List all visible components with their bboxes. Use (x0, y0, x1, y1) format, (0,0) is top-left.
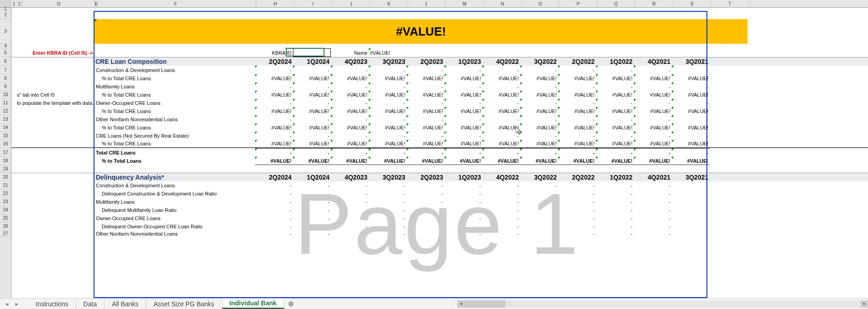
cell[interactable]: #VALUE! (558, 74, 596, 82)
cell[interactable]: - (255, 115, 293, 124)
row-header-8[interactable]: 8 (0, 74, 11, 82)
cell[interactable]: - (672, 198, 710, 206)
cell[interactable]: - (331, 198, 369, 206)
row-header-17[interactable]: 17 (0, 148, 11, 157)
cell[interactable]: - (558, 132, 596, 140)
spreadsheet-grid[interactable]: Page 1 #VALUE!Enter KBRA ID (Cell I5) ->… (11, 8, 868, 298)
quarter-3Q2023[interactable]: 3Q2023 (369, 57, 407, 66)
cell[interactable]: - (293, 181, 331, 190)
column-header-O[interactable]: O (522, 0, 559, 7)
cell[interactable]: - (634, 115, 672, 124)
cell[interactable]: - (520, 115, 558, 124)
cell[interactable]: - (634, 190, 672, 198)
column-header-Q[interactable]: Q (597, 0, 635, 7)
cell[interactable]: - (293, 82, 331, 91)
cell[interactable]: - (596, 99, 634, 107)
cell[interactable]: - (520, 206, 558, 214)
cell[interactable]: - (444, 190, 482, 198)
cell[interactable]: #VALUE! (331, 91, 369, 99)
cell[interactable]: - (482, 190, 520, 198)
cell[interactable]: #VALUE! (255, 140, 293, 147)
cell[interactable]: #VALUE! (596, 74, 634, 82)
quarter-1Q2024[interactable]: 1Q2024 (293, 57, 331, 66)
cell[interactable]: #VALUE! (369, 124, 407, 132)
add-sheet-button[interactable]: ⊕ (284, 299, 297, 308)
row-header-15[interactable]: 15 (0, 132, 11, 140)
quarter-4Q2022[interactable]: 4Q2022 (482, 57, 520, 66)
cell[interactable]: #VALUE! (444, 74, 482, 82)
cell[interactable]: - (293, 99, 331, 107)
cell[interactable]: - (596, 198, 634, 206)
quarter-3Q2023[interactable]: 3Q2023 (369, 173, 407, 181)
cell[interactable]: #VALUE! (444, 91, 482, 99)
cell[interactable]: - (482, 181, 520, 190)
cell[interactable]: - (331, 82, 369, 91)
row-label[interactable]: Other Nonfarm Nonresidential Loans (94, 115, 255, 124)
cell[interactable]: - (293, 115, 331, 124)
cell[interactable]: - (520, 222, 558, 231)
scroll-track[interactable] (465, 300, 861, 308)
cell[interactable]: - (444, 115, 482, 124)
column-header-H[interactable]: H (256, 0, 294, 7)
cell[interactable]: - (558, 115, 596, 124)
scroll-thumb[interactable] (465, 300, 506, 308)
row-headers[interactable]: 1234567891011121314151617181920212223242… (0, 8, 11, 298)
row-label[interactable]: Construction & Development Loans (94, 66, 255, 74)
cell[interactable]: #VALUE! (482, 74, 520, 82)
cell[interactable]: #VALUE! (520, 107, 558, 115)
cell[interactable]: - (255, 222, 293, 231)
cell[interactable]: - (444, 66, 482, 74)
column-header-D[interactable]: D (23, 0, 95, 7)
cell[interactable]: - (331, 181, 369, 190)
quarter-3Q2021[interactable]: 3Q2021 (672, 57, 710, 66)
name-value[interactable]: #VALUE! (369, 48, 407, 57)
tab-menu-icon[interactable]: ⋮ (448, 301, 457, 307)
cell[interactable]: - (672, 82, 710, 91)
quarter-4Q2023[interactable]: 4Q2023 (331, 173, 369, 181)
column-header-I[interactable]: I (294, 0, 332, 7)
quarter-4Q2021[interactable]: 4Q2021 (634, 173, 672, 181)
quarter-3Q2022[interactable]: 3Q2022 (520, 173, 558, 181)
cell[interactable]: #VALUE! (596, 140, 634, 147)
cell[interactable]: #VALUE! (482, 91, 520, 99)
cell[interactable]: - (558, 231, 596, 237)
sheet-tab-instructions[interactable]: Instructions (28, 299, 76, 309)
row-header-5[interactable]: 5 (0, 48, 11, 57)
cell[interactable]: - (482, 82, 520, 91)
cell[interactable]: #VALUE! (596, 157, 634, 165)
cell[interactable]: - (369, 190, 407, 198)
cell[interactable]: #VALUE! (293, 107, 331, 115)
row-header-25[interactable]: 25 (0, 214, 11, 222)
quarter-2Q2024[interactable]: 2Q2024 (255, 173, 293, 181)
cell[interactable]: - (369, 66, 407, 74)
cell[interactable]: - (558, 198, 596, 206)
quarter-2Q2023[interactable]: 2Q2023 (407, 57, 444, 66)
column-header-1[interactable]: 1 (11, 0, 17, 7)
cell[interactable]: #VALUE! (369, 157, 407, 165)
cell[interactable]: #VALUE! (407, 140, 444, 147)
cell[interactable]: #VALUE! (558, 124, 596, 132)
row-label[interactable]: Delinquent Owner-Occupied CRE Loan Ratio (94, 222, 255, 231)
quarter-1Q2022[interactable]: 1Q2022 (596, 173, 634, 181)
cell[interactable]: - (293, 231, 331, 237)
cell[interactable]: #VALUE! (634, 157, 672, 165)
cell[interactable]: - (407, 66, 444, 74)
cell[interactable]: #VALUE! (596, 107, 634, 115)
cell[interactable]: #VALUE! (672, 140, 710, 147)
row-header-21[interactable]: 21 (0, 181, 11, 190)
cell[interactable]: - (596, 82, 634, 91)
cell[interactable]: - (369, 198, 407, 206)
scroll-left-icon[interactable]: ◄ (457, 300, 465, 308)
cell[interactable]: #VALUE! (293, 124, 331, 132)
cell[interactable]: #VALUE! (672, 91, 710, 99)
cell[interactable]: - (331, 115, 369, 124)
cell[interactable]: - (407, 115, 444, 124)
column-header-2[interactable]: 2 (17, 0, 22, 7)
cell[interactable]: - (255, 206, 293, 214)
cell[interactable]: #VALUE! (672, 107, 710, 115)
quarter-3Q2021[interactable]: 3Q2021 (672, 173, 710, 181)
cell[interactable]: - (255, 148, 293, 157)
cell[interactable]: - (407, 132, 444, 140)
cell[interactable]: #VALUE! (482, 107, 520, 115)
cell[interactable]: - (331, 66, 369, 74)
